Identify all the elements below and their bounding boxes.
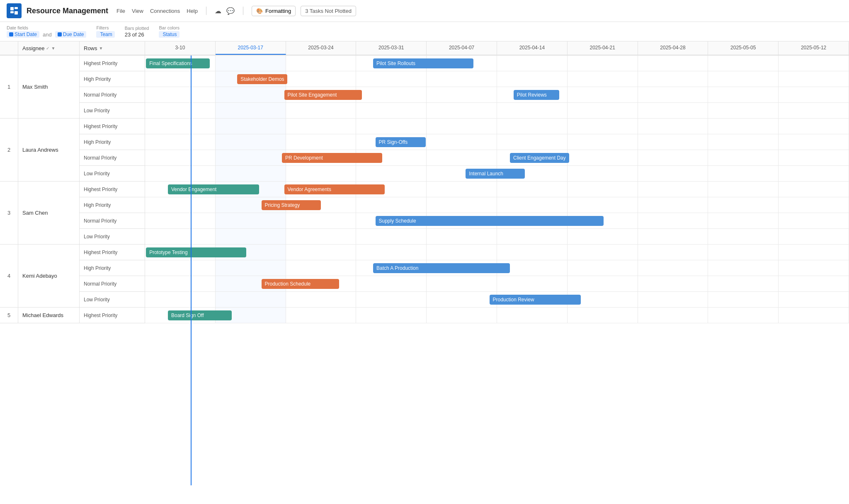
- gantt-body[interactable]: 1Max SmithHighest PriorityHigh PriorityN…: [0, 56, 849, 485]
- svg-rect-0: [10, 7, 14, 10]
- timeline-cell-4-0-3: [356, 245, 427, 260]
- priority-label-3-2: Normal Priority: [80, 213, 145, 229]
- timeline-row-5-0: Board Sign Off: [145, 308, 849, 323]
- timeline-cell-4-1-0: [145, 260, 216, 276]
- timeline-cell-4-2-7: [638, 276, 708, 292]
- priority-label-4-1: High Priority: [80, 260, 145, 276]
- menu-bar: File View Connections Help: [116, 8, 198, 14]
- assignee-header[interactable]: Assignee ✓ ▼: [18, 41, 80, 55]
- gantt-bar-4-2-0[interactable]: Production Schedule: [262, 279, 339, 289]
- gantt-bar-1-0-1[interactable]: Pilot Site Rollouts: [373, 58, 473, 68]
- rows-header[interactable]: Rows ▼: [80, 41, 145, 55]
- col-num-header: [0, 41, 18, 55]
- timeline-row-1-0: Final SpecificationsPilot Site Rollouts: [145, 56, 849, 71]
- timeline-cell-2-3-9: [779, 166, 849, 182]
- timeline-cell-1-3-4: [427, 103, 497, 119]
- timeline-cell-1-0-9: [779, 56, 849, 71]
- gantt-bar-2-1-0[interactable]: PR Sign-Offs: [376, 137, 426, 147]
- timeline-cell-3-0-7: [638, 182, 708, 197]
- due-date-icon: [58, 32, 62, 36]
- gantt-bar-1-2-1[interactable]: Pilot Reviews: [514, 90, 559, 100]
- start-date-icon: [9, 32, 13, 36]
- bars-plotted-label: Bars plotted: [125, 26, 149, 31]
- start-date-chip[interactable]: Start Date: [7, 31, 39, 38]
- date-fields-value: Start Date and Due Date: [7, 31, 86, 38]
- menu-help[interactable]: Help: [187, 8, 198, 14]
- assignee-dropdown-icon[interactable]: ▼: [51, 46, 55, 51]
- gantt-bar-2-3-0[interactable]: Internal Launch: [466, 169, 525, 179]
- menu-file[interactable]: File: [116, 8, 125, 14]
- priority-label-1-2: Normal Priority: [80, 87, 145, 103]
- status-chip[interactable]: Status: [159, 31, 179, 38]
- timeline-cell-4-2-5: [497, 276, 568, 292]
- timeline-cell-3-1-9: [779, 197, 849, 213]
- timeline-cell-1-1-8: [708, 71, 779, 87]
- timeline-cell-2-2-9: [779, 150, 849, 166]
- person-num-2: 2: [0, 119, 18, 182]
- gantt-bar-5-0-0[interactable]: Board Sign Off: [168, 310, 232, 320]
- bars-plotted-group: Bars plotted 23 of 26: [125, 26, 149, 38]
- timeline-header: 3-102025-03-172025-03-242025-03-312025-0…: [145, 41, 849, 55]
- timeline-cell-3-2-0: [145, 213, 216, 229]
- bar-colors-group: Bar colors Status: [159, 25, 180, 38]
- assignee-sort-icon: ✓: [46, 46, 49, 51]
- timeline-cell-1-2-6: [568, 87, 638, 103]
- timeline-cell-2-0-8: [708, 119, 779, 134]
- gantt-bar-4-1-0[interactable]: Batch A Production: [373, 263, 510, 273]
- date-fields-group: Date fields Start Date and Due Date: [7, 25, 86, 38]
- bar-colors-label: Bar colors: [159, 25, 180, 30]
- gantt-bar-4-0-0[interactable]: Prototype Testing: [146, 247, 246, 257]
- gantt-bar-2-2-0[interactable]: PR Development: [282, 153, 382, 163]
- timeline-row-1-3: [145, 103, 849, 119]
- timeline-cell-3-2-8: [708, 213, 779, 229]
- due-date-chip[interactable]: Due Date: [55, 31, 87, 38]
- menu-view[interactable]: View: [132, 8, 143, 14]
- rows-dropdown-icon[interactable]: ▼: [99, 46, 103, 51]
- timeline-cell-3-0-5: [497, 182, 568, 197]
- timeline-cell-1-1-4: [427, 71, 497, 87]
- gantt-bar-1-2-0[interactable]: Pilot Site Engagement: [284, 90, 362, 100]
- timeline-cell-4-0-8: [708, 245, 779, 260]
- timeline-cell-3-2-9: [779, 213, 849, 229]
- timeline-cell-1-3-6: [568, 103, 638, 119]
- timeline-cell-3-1-8: [708, 197, 779, 213]
- timeline-cell-3-3-0: [145, 229, 216, 245]
- priority-label-2-1: High Priority: [80, 134, 145, 150]
- timeline-row-3-1: Pricing Strategy: [145, 197, 849, 213]
- timeline-cell-4-3-4: [427, 292, 497, 308]
- person-name-3: Sam Chen: [18, 182, 80, 245]
- timeline-cell-2-2-0: [145, 150, 216, 166]
- timeline-group-2: PR Sign-OffsPR DevelopmentClient Engagem…: [145, 119, 849, 182]
- separator2: [243, 7, 243, 15]
- timeline-group-5: Board Sign Off: [145, 308, 849, 323]
- tasks-not-plotted-button[interactable]: 3 Tasks Not Plotted: [301, 6, 356, 16]
- timeline-group-3: Vendor EngagementVendor AgreementsPricin…: [145, 182, 849, 245]
- timeline-cell-3-1-6: [568, 197, 638, 213]
- timeline-cell-2-0-1: [216, 119, 286, 134]
- timeline-cell-3-2-7: [638, 213, 708, 229]
- timeline-cell-2-1-7: [638, 134, 708, 150]
- timeline-cell-3-3-1: [216, 229, 286, 245]
- cloud-icon[interactable]: ☁: [215, 7, 221, 15]
- timeline-cell-3-0-8: [708, 182, 779, 197]
- timeline-cell-3-2-1: [216, 213, 286, 229]
- gantt-bar-3-2-0[interactable]: Supply Schedule: [376, 216, 604, 226]
- timeline-cell-1-1-0: [145, 71, 216, 87]
- person-group-5: 5Michael EdwardsHighest Priority: [0, 308, 145, 323]
- gantt-bar-1-1-0[interactable]: Stakeholder Demos: [237, 74, 287, 84]
- gantt-bar-1-0-0[interactable]: Final Specifications: [146, 58, 210, 68]
- team-chip[interactable]: Team: [96, 31, 114, 38]
- person-name-5: Michael Edwards: [18, 308, 80, 323]
- formatting-button[interactable]: 🎨 Formatting: [252, 6, 296, 16]
- chat-icon[interactable]: 💬: [226, 7, 235, 15]
- menu-connections[interactable]: Connections: [150, 8, 180, 14]
- gantt-bar-2-2-1[interactable]: Client Engagement Day: [510, 153, 569, 163]
- priority-label-3-0: Highest Priority: [80, 182, 145, 197]
- timeline-cell-5-0-9: [779, 308, 849, 323]
- gantt-bar-4-3-0[interactable]: Production Review: [490, 295, 581, 305]
- gantt-bar-3-0-0[interactable]: Vendor Engagement: [168, 184, 259, 194]
- gantt-bar-3-0-1[interactable]: Vendor Agreements: [284, 184, 385, 194]
- date-header-7: 2025-04-28: [638, 41, 708, 55]
- priority-label-2-2: Normal Priority: [80, 150, 145, 166]
- gantt-bar-3-1-0[interactable]: Pricing Strategy: [262, 200, 321, 210]
